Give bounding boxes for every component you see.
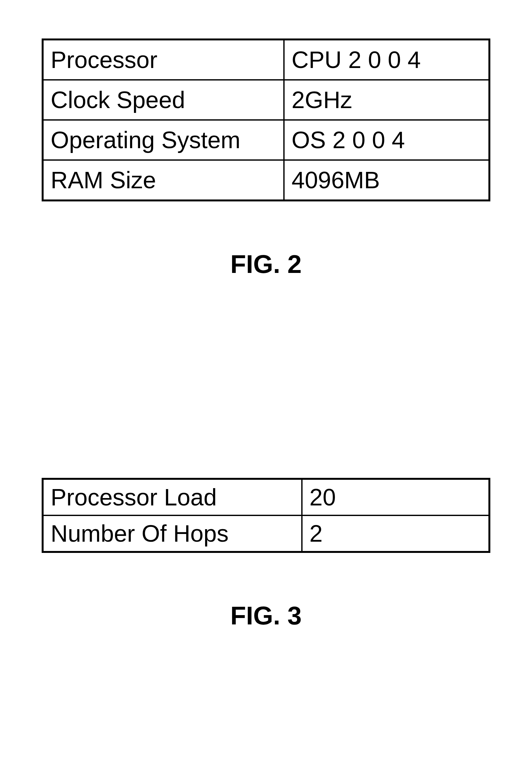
spec-label: Clock Speed [43,80,284,120]
spec-value: 2 [302,515,489,552]
table-row: RAM Size 4096MB [43,160,489,200]
spec-table-fig3: Processor Load 20 Number Of Hops 2 [42,478,490,553]
spec-label: Operating System [43,120,284,160]
table-row: Clock Speed 2GHz [43,80,489,120]
table-row: Processor CPU 2 0 0 4 [43,39,489,80]
spec-value: 20 [302,479,489,515]
spec-label: Processor [43,39,284,80]
spec-value: CPU 2 0 0 4 [284,39,489,80]
spec-value: OS 2 0 0 4 [284,120,489,160]
figure-caption-3: FIG. 3 [42,601,490,631]
spec-label: Processor Load [43,479,302,515]
spacer [42,279,490,478]
spec-table-fig2: Processor CPU 2 0 0 4 Clock Speed 2GHz O… [42,38,490,201]
spec-value: 2GHz [284,80,489,120]
spec-label: RAM Size [43,160,284,200]
table-row: Processor Load 20 [43,479,489,515]
spec-label: Number Of Hops [43,515,302,552]
table-row: Number Of Hops 2 [43,515,489,552]
table-row: Operating System OS 2 0 0 4 [43,120,489,160]
figure-caption-2: FIG. 2 [42,250,490,279]
spec-value: 4096MB [284,160,489,200]
